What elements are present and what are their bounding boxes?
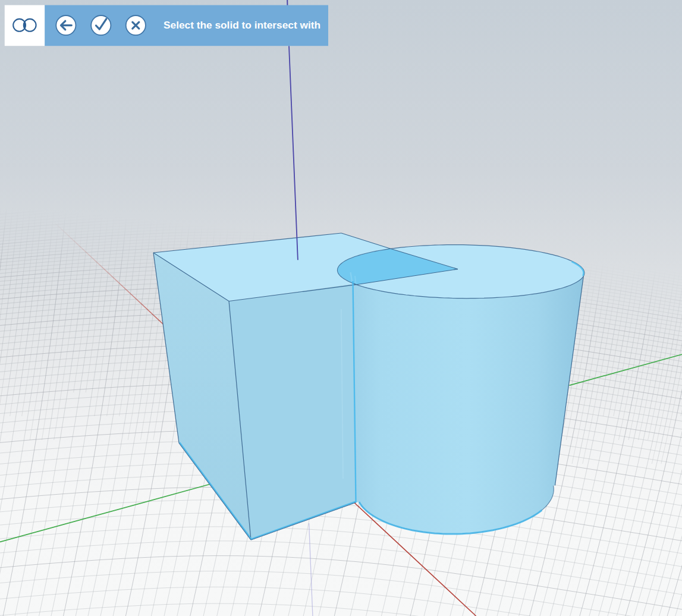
svg-text:Select the solid to intersect: Select the solid to intersect with <box>164 20 320 31</box>
